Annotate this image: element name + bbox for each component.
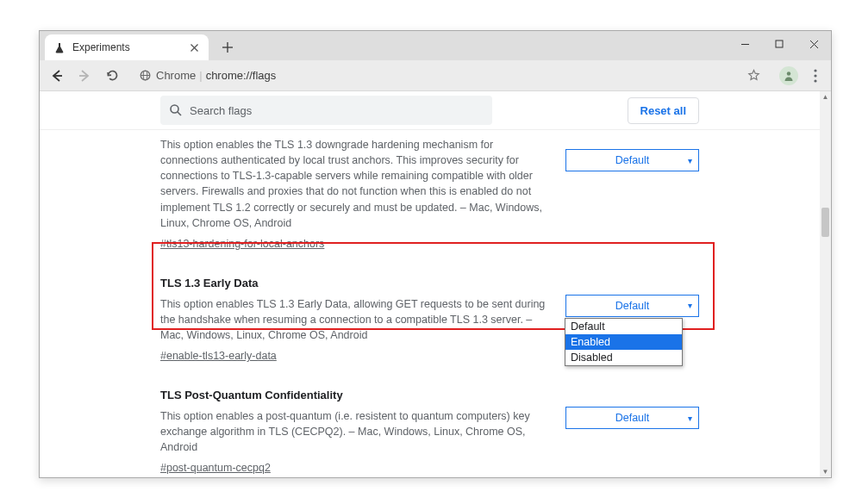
avatar-icon: [783, 70, 795, 82]
scroll-up-arrow[interactable]: ▲: [820, 91, 831, 103]
flag-select-value: Default: [615, 154, 650, 166]
omnibox-origin: Chrome: [156, 69, 196, 82]
flag-anchor-link[interactable]: #post-quantum-cecpq2: [160, 460, 271, 476]
site-info-icon[interactable]: [140, 70, 151, 81]
omnibox-path: chrome://flags: [206, 69, 277, 82]
svg-point-14: [814, 69, 816, 72]
browser-toolbar: Chrome | chrome://flags: [40, 60, 831, 91]
flag-description: This option enables a post-quantum (i.e.…: [160, 408, 550, 455]
flag-select[interactable]: Default ▾: [565, 149, 699, 171]
content-frame: ▲ ▼ Search flags Reset all This option e: [40, 91, 831, 477]
flag-select-value: Default: [615, 300, 650, 312]
browser-tab[interactable]: Experiments: [45, 34, 209, 60]
back-button[interactable]: [45, 64, 69, 88]
chevron-down-icon: ▾: [688, 156, 692, 165]
search-flags-input[interactable]: Search flags: [160, 96, 492, 125]
option-default[interactable]: Default: [565, 319, 682, 334]
plus-icon: [222, 41, 234, 53]
flags-page: Search flags Reset all This option enabl…: [40, 91, 820, 477]
close-icon: [191, 44, 198, 52]
tab-title: Experiments: [72, 41, 189, 53]
new-tab-button[interactable]: [217, 37, 238, 58]
window-close-button[interactable]: [796, 31, 831, 57]
flags-list: This option enables the TLS 1.3 downgrad…: [40, 130, 820, 477]
reload-button[interactable]: [100, 64, 124, 88]
scroll-down-arrow[interactable]: ▼: [820, 466, 831, 477]
close-icon: [809, 40, 819, 49]
browser-window: Experiments Chrome | chrome://flags: [39, 30, 832, 478]
flag-title: TLS Post-Quantum Confidentiality: [160, 388, 550, 404]
svg-rect-1: [776, 40, 783, 47]
flag-enable-tls13-early-data: TLS 1.3 Early Data This option enables T…: [160, 264, 699, 376]
vertical-scrollbar[interactable]: ▲ ▼: [820, 91, 831, 477]
more-vert-icon: [814, 69, 817, 83]
flag-select-value: Default: [615, 412, 650, 424]
window-controls: [728, 31, 831, 57]
search-placeholder: Search flags: [190, 104, 252, 117]
chrome-menu-button[interactable]: [805, 69, 826, 83]
option-enabled[interactable]: Enabled: [565, 334, 682, 350]
flask-icon: [53, 42, 66, 53]
omnibox-separator: |: [199, 69, 202, 82]
chevron-down-icon: ▾: [688, 414, 692, 423]
flags-header: Search flags Reset all: [40, 91, 820, 130]
reload-icon: [105, 68, 120, 83]
minimize-icon: [740, 40, 750, 49]
window-minimize-button[interactable]: [728, 31, 762, 57]
reset-all-button[interactable]: Reset all: [628, 97, 699, 124]
flag-description: This option enables TLS 1.3 Early Data, …: [160, 296, 550, 343]
forward-button[interactable]: [72, 64, 97, 88]
tab-close-button[interactable]: [189, 44, 200, 52]
option-disabled[interactable]: Disabled: [565, 350, 682, 365]
maximize-icon: [775, 40, 784, 48]
flag-anchor-link[interactable]: #enable-tls13-early-data: [160, 348, 277, 364]
forward-arrow-icon: [77, 68, 92, 84]
address-bar[interactable]: Chrome | chrome://flags: [133, 65, 767, 87]
svg-point-16: [814, 79, 816, 82]
star-icon: [747, 69, 760, 82]
flag-select[interactable]: Default ▾ Default Enabled Disabled: [565, 295, 699, 317]
bookmark-button[interactable]: [747, 69, 760, 82]
svg-point-17: [171, 105, 178, 113]
chevron-down-icon: ▾: [688, 301, 692, 310]
flag-select[interactable]: Default ▾: [565, 407, 699, 429]
flag-anchor-link[interactable]: #tls13-hardening-for-local-anchors: [160, 236, 324, 252]
flag-tls13-hardening: This option enables the TLS 1.3 downgrad…: [160, 137, 699, 264]
flag-post-quantum-cecpq2: TLS Post-Quantum Confidentiality This op…: [160, 376, 699, 477]
svg-point-15: [814, 74, 816, 77]
svg-point-13: [787, 72, 790, 75]
flag-description: This option enables the TLS 1.3 downgrad…: [160, 137, 550, 231]
tab-strip: Experiments: [40, 31, 831, 60]
back-arrow-icon: [49, 68, 65, 84]
flag-select-options: Default Enabled Disabled: [565, 318, 683, 366]
window-maximize-button[interactable]: [762, 31, 796, 57]
flag-title: TLS 1.3 Early Data: [160, 276, 550, 292]
search-icon: [169, 103, 183, 117]
svg-line-18: [178, 112, 181, 115]
scrollbar-thumb[interactable]: [821, 208, 829, 237]
profile-avatar[interactable]: [779, 66, 798, 85]
